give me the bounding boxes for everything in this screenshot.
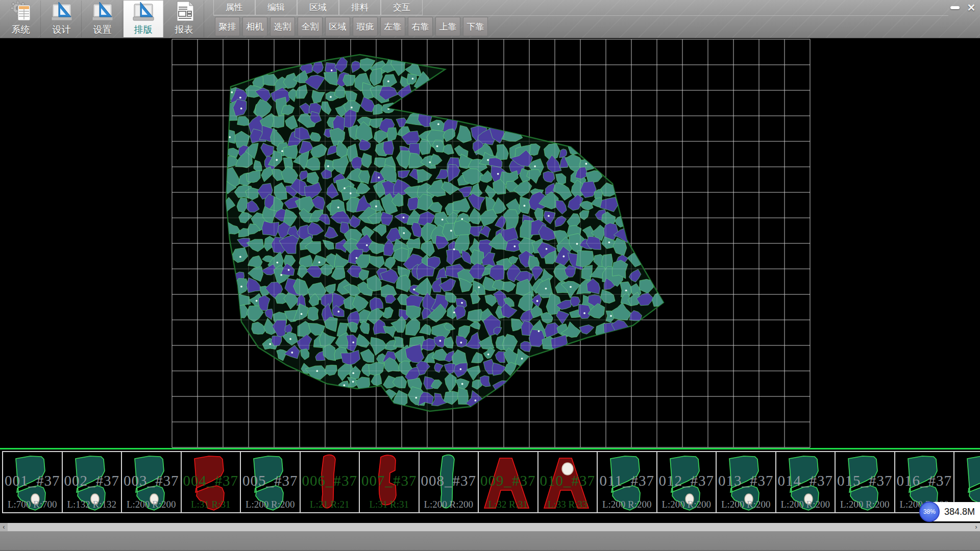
nesting-ruler-icon (132, 0, 155, 22)
memory-usage-badge[interactable]: 38% 384.8M (920, 502, 980, 521)
piece-id-label: 008_#37 (420, 472, 478, 489)
main-toolbar: 系统设计设置排版报表 属性编辑区域排料交互 聚排相机选割全割区域瑕疵左靠右靠上靠… (0, 0, 980, 38)
app-tab-排版[interactable]: 排版 (124, 1, 163, 37)
tool-button-左靠[interactable]: 左靠 (380, 17, 405, 36)
status-bar (0, 531, 980, 551)
piece-id-label: 007_#37 (360, 472, 419, 489)
piece-thumbnail[interactable]: 009_#37 L:32 R:31 (478, 451, 538, 513)
memory-percent-label: 38% (923, 508, 936, 515)
tool-button-上靠[interactable]: 上靠 (435, 17, 460, 36)
tool-button-相机[interactable]: 相机 (242, 17, 267, 36)
system-gear-icon (10, 0, 32, 22)
piece-id-label: 006_#37 (301, 472, 359, 489)
design-ruler-icon (51, 0, 73, 22)
tool-button-选割[interactable]: 选割 (270, 17, 295, 36)
window-controls: ✕ (948, 1, 978, 14)
piece-id-label: 013_#37 (717, 472, 775, 489)
piece-id-label: 011_#37 (598, 472, 656, 489)
piece-thumbnail[interactable]: 011_#37 L:200 R:200 (597, 451, 657, 513)
close-button[interactable]: ✕ (965, 1, 978, 14)
tool-button-下靠[interactable]: 下靠 (463, 17, 488, 36)
piece-thumbnail[interactable]: 005_#37 L:200 R:200 (240, 451, 301, 513)
app-tab-label: 排版 (134, 23, 153, 36)
piece-id-label: 005_#37 (241, 472, 300, 489)
piece-count-label: L:33 R:33 (538, 499, 597, 510)
horizontal-scrollbar[interactable]: ‹ › (0, 523, 980, 531)
piece-thumbnail[interactable]: 008_#37 L:200 R:200 (419, 451, 479, 513)
piece-count-label: L:200 R:200 (241, 499, 300, 510)
piece-count-label: L:31 R:31 (182, 499, 240, 510)
piece-count-label: L:200 R:200 (420, 499, 478, 510)
report-document-icon (173, 0, 195, 22)
nesting-canvas[interactable] (0, 38, 980, 448)
menu-tab-row: 属性编辑区域排料交互 (213, 0, 423, 15)
tool-button-聚排[interactable]: 聚排 (215, 17, 240, 36)
app-tab-label: 系统 (12, 23, 30, 36)
settings-ruler-icon (91, 0, 114, 22)
piece-id-label: 004_#37 (182, 472, 240, 489)
piece-id-label: 0 (954, 472, 980, 489)
piece-count-label: L:200 R:200 (776, 499, 835, 510)
app-tab-label: 报表 (175, 23, 193, 36)
piece-count-label: L:21 R:21 (301, 499, 359, 510)
piece-thumbnail[interactable]: 007_#37 L:31 R:31 (359, 451, 420, 513)
piece-thumbnail-strip: 001_#37 L:700 R:700 002_#37 L:132 R:132 … (0, 448, 980, 522)
menu-tab-编辑[interactable]: 编辑 (255, 0, 297, 15)
piece-thumbnail[interactable]: 012_#37 L:200 R:200 (656, 451, 717, 513)
piece-thumbnail[interactable]: 003_#37 L:200 R:200 (121, 451, 182, 513)
piece-count-label: L:700 R:700 (3, 499, 62, 510)
piece-id-label: 009_#37 (479, 472, 537, 489)
piece-id-label: 014_#37 (776, 472, 835, 489)
scroll-right-arrow-icon[interactable]: › (972, 523, 980, 531)
piece-id-label: 012_#37 (657, 472, 716, 489)
piece-id-label: 010_#37 (538, 472, 597, 489)
piece-count-label: L:32 R:31 (479, 499, 537, 510)
piece-thumbnail[interactable]: 013_#37 L:200 R:200 (716, 451, 776, 513)
piece-thumbnail[interactable]: 010_#37 L:33 R:33 (537, 451, 598, 513)
minimize-icon (950, 6, 960, 9)
app-tab-label: 设置 (93, 23, 112, 36)
piece-thumbnail[interactable]: 006_#37 L:21 R:21 (300, 451, 360, 513)
minimize-button[interactable] (948, 1, 962, 14)
piece-thumbnail[interactable]: 015_#37 L:200 R:200 (835, 451, 895, 513)
piece-count-label: L:132 R:132 (63, 499, 121, 510)
app-tab-设计[interactable]: 设计 (42, 1, 82, 37)
strip-top-line (0, 448, 980, 449)
piece-thumbnail[interactable]: 001_#37 L:700 R:700 (2, 451, 63, 513)
app-tab-系统[interactable]: 系统 (1, 1, 41, 37)
piece-count-label: L:200 R:200 (122, 499, 181, 510)
piece-id-label: 016_#37 (895, 472, 954, 489)
menu-tab-排料[interactable]: 排料 (339, 0, 381, 15)
tool-button-区域[interactable]: 区域 (325, 17, 350, 36)
piece-id-label: 001_#37 (3, 472, 62, 489)
piece-thumbnail[interactable]: 014_#37 L:200 R:200 (775, 451, 836, 513)
tool-button-右靠[interactable]: 右靠 (408, 17, 433, 36)
piece-count-label: L:200 R:200 (657, 499, 716, 510)
menu-tab-属性[interactable]: 属性 (213, 0, 255, 15)
piece-count-label: L:200 R:200 (836, 499, 894, 510)
menu-tab-区域[interactable]: 区域 (297, 0, 339, 15)
application-window: 系统设计设置排版报表 属性编辑区域排料交互 聚排相机选割全割区域瑕疵左靠右靠上靠… (0, 0, 980, 551)
scroll-left-arrow-icon[interactable]: ‹ (0, 523, 8, 531)
piece-thumbnail[interactable]: 002_#37 L:132 R:132 (62, 451, 122, 513)
piece-count-label: L:200 R:200 (717, 499, 775, 510)
piece-thumbnail[interactable]: 004_#37 L:31 R:31 (181, 451, 241, 513)
piece-id-label: 015_#37 (836, 472, 894, 489)
piece-count-label: L:31 R:31 (360, 499, 419, 510)
app-tab-设置[interactable]: 设置 (83, 1, 122, 37)
app-tab-bar: 系统设计设置排版报表 (1, 1, 205, 37)
app-tab-报表[interactable]: 报表 (164, 1, 204, 37)
piece-count-label: L:200 R:200 (598, 499, 656, 510)
menu-tab-交互[interactable]: 交互 (381, 0, 423, 15)
memory-percent-indicator: 38% (919, 502, 940, 522)
tool-button-row: 聚排相机选割全割区域瑕疵左靠右靠上靠下靠 (215, 17, 488, 37)
memory-value-label: 384.8M (944, 507, 975, 517)
menu-underline (213, 15, 948, 16)
tool-button-全割[interactable]: 全割 (298, 17, 323, 36)
app-tab-label: 设计 (53, 23, 71, 36)
piece-thumbnail-list: 001_#37 L:700 R:700 002_#37 L:132 R:132 … (2, 451, 980, 513)
piece-id-label: 002_#37 (63, 472, 121, 489)
tool-button-瑕疵[interactable]: 瑕疵 (353, 17, 378, 36)
piece-id-label: 003_#37 (122, 472, 181, 489)
